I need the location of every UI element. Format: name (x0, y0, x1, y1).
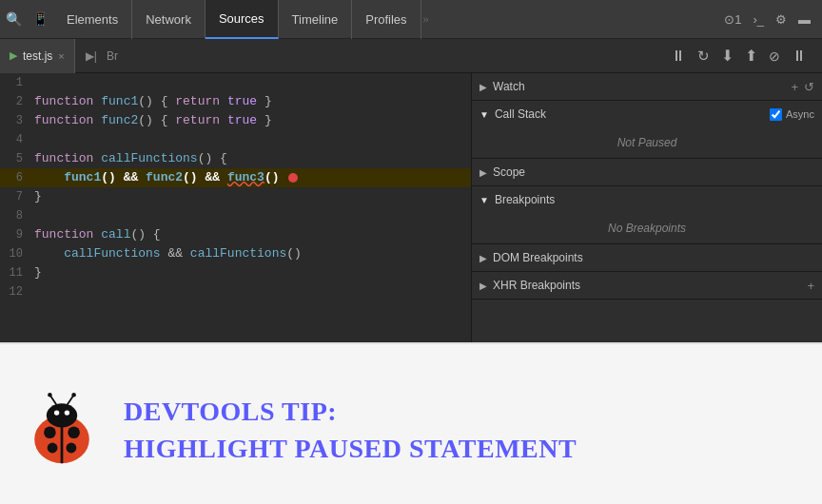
xhr-bp-arrow: ▶ (480, 281, 487, 291)
step-into-button[interactable]: ⬇ (717, 45, 737, 67)
code-line-5: 5 function callFunctions() { (0, 149, 471, 168)
xhr-add-icon[interactable]: + (807, 279, 814, 293)
code-line-1: 1 (0, 73, 471, 92)
async-label: Async (770, 108, 814, 121)
xhr-breakpoints-section: ▶ XHR Breakpoints + (472, 272, 822, 300)
dom-breakpoints-section: ▶ DOM Breakpoints (472, 244, 822, 272)
tab-network[interactable]: Network (132, 0, 206, 39)
code-line-7: 7 } (0, 187, 471, 206)
code-line-9: 9 function call() { (0, 225, 471, 244)
right-panel: ▶ Watch + ↺ ▼ Call Stack Async (472, 73, 822, 342)
step-over-button[interactable]: ↻ (694, 46, 714, 67)
tip-section: DevTools Tip: Highlight Paused Statement (0, 342, 822, 504)
callstack-actions: Async (770, 108, 814, 121)
main-area: 1 2 function func1() { return true } 3 f… (0, 73, 822, 342)
thread-count: ⊙1 (720, 10, 745, 29)
code-line-6: 6 func1() && func2() && func3() (0, 168, 471, 187)
settings-icon[interactable]: ⚙ (772, 10, 791, 29)
tab-elements[interactable]: Elements (53, 0, 132, 39)
scope-section: ▶ Scope (472, 159, 822, 186)
code-line-2: 2 function func1() { return true } (0, 92, 471, 111)
xhr-actions: + (807, 279, 814, 293)
overflow-icon[interactable]: » (421, 13, 431, 25)
watch-refresh-icon[interactable]: ↺ (804, 80, 814, 94)
watch-section: ▶ Watch + ↺ (472, 73, 822, 101)
watch-actions: + ↺ (791, 80, 814, 94)
callstack-label: Call Stack (495, 107, 770, 121)
watch-label: Watch (493, 80, 791, 93)
code-line-12: 12 (0, 282, 471, 301)
step-out-button[interactable]: ⬆ (741, 45, 761, 67)
async-checkbox[interactable] (770, 108, 782, 121)
code-line-8: 8 (0, 206, 471, 225)
svg-point-11 (48, 392, 52, 397)
tip-text: DevTools Tip: Highlight Paused Statement (124, 397, 577, 464)
scope-label: Scope (493, 165, 814, 179)
callstack-section: ▼ Call Stack Async Not Paused (472, 101, 822, 159)
xhr-breakpoints-label: XHR Breakpoints (493, 279, 807, 292)
device-icon[interactable]: 📱 (27, 0, 53, 39)
dom-breakpoints-label: DOM Breakpoints (493, 251, 814, 264)
devtools-toolbar: 🔍 📱 Elements Network Sources Timeline Pr… (0, 0, 822, 39)
code-editor[interactable]: 1 2 function func1() { return true } 3 f… (0, 73, 472, 342)
file-tab-name: test.js (23, 49, 52, 63)
toolbar-right: ⊙1 ›_ ⚙ ▬ (720, 10, 822, 29)
watch-add-icon[interactable]: + (791, 80, 798, 94)
scope-header[interactable]: ▶ Scope (472, 159, 822, 185)
svg-point-6 (67, 442, 77, 453)
file-tab-close[interactable]: × (58, 50, 64, 62)
scope-arrow: ▶ (480, 167, 487, 178)
file-tab-play-icon: ▶ (10, 49, 17, 62)
breakpoints-label: Breakpoints (495, 193, 814, 206)
tab-timeline[interactable]: Timeline (279, 0, 353, 39)
file-toolbar: ▶ test.js × ▶| Br ⏸ ↻ ⬇ ⬆ ⊘ ⏸ (0, 39, 822, 73)
svg-point-4 (48, 442, 58, 453)
code-line-3: 3 function func2() { return true } (0, 111, 471, 130)
file-tab-icons: ▶| Br (75, 48, 128, 65)
svg-point-3 (44, 426, 56, 438)
dom-breakpoints-header[interactable]: ▶ DOM Breakpoints (472, 244, 822, 271)
console-icon[interactable]: ›_ (749, 10, 768, 29)
ladybug-icon (19, 388, 105, 474)
breakpoint-icon[interactable]: Br (104, 48, 121, 65)
pause-button[interactable]: ⏸ (667, 46, 690, 67)
svg-point-5 (68, 426, 80, 438)
watch-arrow: ▶ (480, 82, 487, 92)
breakpoints-header[interactable]: ▼ Breakpoints (472, 186, 822, 213)
callstack-header[interactable]: ▼ Call Stack Async (472, 101, 822, 127)
tip-subtitle: Highlight Paused Statement (124, 435, 577, 464)
tip-title: DevTools Tip: (124, 397, 577, 427)
search-icon[interactable]: 🔍 (0, 0, 27, 39)
breakpoints-status: No Breakpoints (472, 213, 822, 243)
deactivate-button[interactable]: ⊘ (765, 47, 784, 66)
callstack-arrow: ▼ (480, 109, 489, 120)
svg-point-7 (54, 410, 59, 415)
file-tab-testjs[interactable]: ▶ test.js × (0, 39, 75, 73)
tab-sources[interactable]: Sources (206, 0, 279, 39)
svg-point-8 (65, 410, 69, 415)
dom-bp-arrow: ▶ (480, 253, 487, 263)
watch-header[interactable]: ▶ Watch + ↺ (472, 73, 822, 100)
xhr-breakpoints-header[interactable]: ▶ XHR Breakpoints + (472, 272, 822, 299)
tab-profiles[interactable]: Profiles (352, 0, 421, 39)
callstack-status: Not Paused (472, 127, 822, 158)
dock-icon[interactable]: ▬ (794, 10, 814, 29)
breakpoints-arrow: ▼ (480, 195, 489, 205)
debug-controls: ⏸ ↻ ⬇ ⬆ ⊘ ⏸ (656, 45, 822, 67)
code-line-11: 11 } (0, 263, 471, 282)
code-line-4: 4 (0, 130, 471, 149)
code-line-10: 10 callFunctions && callFunctions() (0, 244, 471, 263)
run-icon[interactable]: ▶| (83, 48, 100, 65)
svg-point-12 (71, 392, 76, 397)
pause-exceptions-button[interactable]: ⏸ (788, 46, 811, 67)
breakpoints-section: ▼ Breakpoints No Breakpoints (472, 186, 822, 244)
